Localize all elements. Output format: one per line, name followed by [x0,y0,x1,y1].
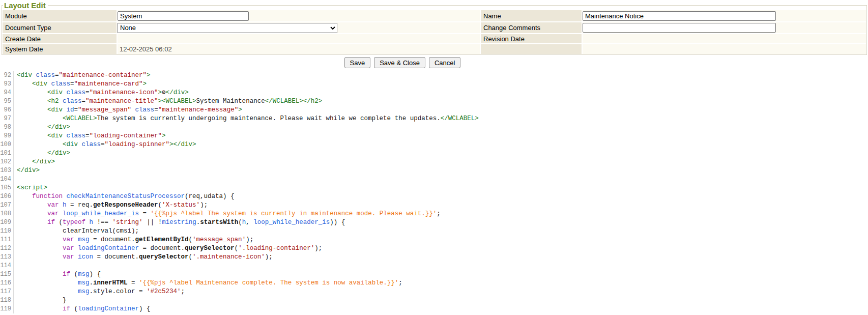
layout-edit-form: Module Name Document Type None Change Co… [3,10,866,54]
code-token: ( [235,245,239,252]
code-line[interactable]: 107 var h = req.getResponseHeader('X-sta… [0,201,868,210]
code-line[interactable]: 100 <div class="loading-spinner"></div> [0,140,868,149]
code-line[interactable]: 98 </div> [0,123,868,132]
cancel-button[interactable]: Cancel [429,57,460,68]
code-token: if [63,305,70,312]
code-line[interactable]: 94 <div class="maintenance-icon">⚙</div> [0,89,868,97]
code-line[interactable]: 116 msg.innerHTML = '{{%pjs ^label Maint… [0,279,868,288]
code-editor[interactable]: 92<div class="maintenance-container">93 … [0,71,868,313]
module-input[interactable] [118,11,249,21]
code-token [17,305,63,312]
code-token: ); [200,202,208,209]
code-token: checkMaintenanceStatusProcessor [67,193,185,200]
code-token: getElementById [135,236,189,243]
code-token: ; [398,279,402,287]
document-type-label: Document Type [3,22,117,33]
code-token [17,245,63,252]
code-line[interactable]: 113 var icon = document.querySelector('.… [0,253,868,262]
line-number: 113 [0,253,14,262]
code-token: </WCLABEL></h2> [265,98,323,105]
line-number: 110 [0,227,14,236]
code-token: The system is currently undergoing maint… [97,115,441,122]
code-line[interactable]: 96 <div id="message_span" class="mainten… [0,106,868,114]
code-line[interactable]: 105<script> [0,184,868,192]
save-button[interactable]: Save [344,57,371,68]
code-token: 'message_span' [192,236,246,243]
line-number: 107 [0,201,14,210]
code-line[interactable]: 103</div> [0,166,868,175]
code-token: ; [437,210,441,217]
code-token: class [135,106,155,113]
code-token: miestring [162,219,196,226]
code-token: <h2 [47,98,63,105]
code-token: . [90,279,94,287]
code-token: = [85,89,90,96]
code-token: , [246,219,253,226]
code-line[interactable]: 92<div class="maintenance-container"> [0,71,868,80]
code-line[interactable]: 110 clearInterval(cmsi); [0,227,868,236]
code-token: '{{%pjs ^label The system is currently i… [151,210,437,217]
line-number: 116 [0,279,14,288]
code-token: = [101,141,105,148]
code-token: msg [78,288,90,295]
code-token: loadingContainer [78,305,139,312]
code-line[interactable]: 95 <h2 class="maintenance-title"><WCLABE… [0,97,868,106]
code-line[interactable]: 119 if (loadingContainer) { [0,305,868,313]
code-token: = [70,80,74,88]
document-type-select[interactable]: None [118,23,337,33]
code-line[interactable]: 112 var loadingContainer = document.quer… [0,244,868,253]
save-and-close-button[interactable]: Save & Close [374,57,425,68]
code-line[interactable]: 115 if (msg) { [0,270,868,279]
code-line[interactable]: 102 </div> [0,158,868,166]
code-token: ( [189,253,193,261]
line-number: 97 [0,114,14,123]
line-number: 105 [0,184,14,192]
name-label: Name [481,10,582,21]
code-token: = [55,72,59,79]
code-token: ( [238,219,242,226]
code-token: = [82,98,86,105]
code-token [17,253,63,261]
page-title: Layout Edit [3,1,48,10]
code-line[interactable]: 101 </div> [0,149,868,158]
code-token: > [238,106,242,113]
code-token: loop_while_header_is [253,219,330,226]
code-token: ) { [90,271,101,278]
code-token: <div [32,80,51,88]
line-number: 118 [0,296,14,305]
code-line[interactable]: 117 msg.style.color = '#2c5234'; [0,288,868,296]
code-token: loop_while_header_is [63,210,139,217]
code-line[interactable]: 118 } [0,296,868,305]
code-token: "maintenance-message" [158,106,239,113]
code-token: startsWith [200,219,238,226]
change-comments-input[interactable] [583,23,776,33]
code-token: (req,udata) { [185,193,235,200]
code-token [17,80,32,88]
empty-value-cell [583,44,866,54]
code-token [85,219,90,226]
code-line[interactable]: 97 <WCLABEL>The system is currently unde… [0,114,868,123]
code-token: "loading-container" [90,132,162,139]
code-line[interactable]: 108 var loop_while_header_is = '{{%pjs ^… [0,210,868,218]
code-token: typeof [63,219,85,226]
code-token: </div> [17,167,40,174]
code-token [17,193,32,200]
line-number: 94 [0,89,14,97]
code-line[interactable]: 111 var msg = document.getElementById('m… [0,236,868,244]
code-token: ); [246,236,253,243]
code-token: <div [63,141,82,148]
name-input[interactable] [583,11,776,21]
code-line[interactable]: 99 <div class="loading-container"> [0,132,868,140]
code-token [17,124,47,131]
code-line[interactable]: 114 [0,262,868,270]
code-token: = [154,106,158,113]
code-token: "maintenance-container" [59,72,147,79]
code-line[interactable]: 104 [0,175,868,184]
code-line[interactable]: 93 <div class="maintenance-card"> [0,80,868,89]
code-token [17,288,78,295]
code-line[interactable]: 106 function checkMaintenanceStatusProce… [0,192,868,201]
code-token: ( [55,219,63,226]
line-number: 119 [0,305,14,313]
code-token: = document. [90,236,135,243]
code-line[interactable]: 109 if (typeof h !== 'string' || !miestr… [0,218,868,227]
